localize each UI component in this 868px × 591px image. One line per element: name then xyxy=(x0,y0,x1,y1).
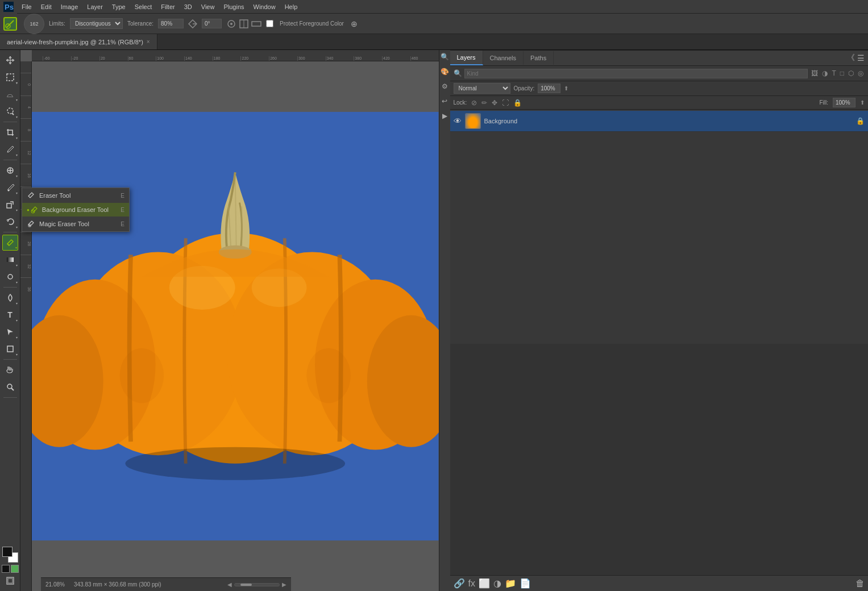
layer-thumbnail xyxy=(465,113,481,129)
filter-pixel-btn[interactable]: 🖼 xyxy=(810,68,819,78)
ruler-tick: 300 xyxy=(297,56,326,61)
swatch-pair[interactable] xyxy=(2,547,18,563)
menu-select[interactable]: Select xyxy=(130,0,157,13)
layer-visibility-toggle[interactable]: 👁 xyxy=(454,116,462,126)
foreground-color-swatch[interactable] xyxy=(2,547,13,557)
standard-mode-btn[interactable] xyxy=(2,565,10,573)
tool-gradient[interactable]: ▾ xyxy=(2,252,18,268)
lock-artboard-btn[interactable]: ⛶ xyxy=(502,99,509,107)
tool-zoom[interactable] xyxy=(2,379,18,395)
layer-adjustment-btn[interactable]: ◑ xyxy=(493,578,501,589)
menu-plugins[interactable]: Plugins xyxy=(219,0,248,13)
quick-mask-btn[interactable] xyxy=(11,565,19,573)
tool-text[interactable]: T ▾ xyxy=(2,307,18,323)
tool-hand[interactable] xyxy=(2,362,18,378)
fill-stepper[interactable]: ⬆ xyxy=(860,99,865,106)
menu-filter[interactable]: Filter xyxy=(156,0,179,13)
menu-image[interactable]: Image xyxy=(56,0,83,13)
layer-fx-btn[interactable]: fx xyxy=(468,578,475,589)
tool-history[interactable]: ▾ xyxy=(2,214,18,230)
tool-separator-4 xyxy=(3,287,17,288)
brush-size-btn[interactable]: 162 xyxy=(24,14,44,34)
tool-brush[interactable]: ▾ xyxy=(2,180,18,195)
ruler-tick: 380 xyxy=(354,56,382,61)
tool-eraser[interactable]: ▾ xyxy=(2,235,18,251)
fill-input[interactable] xyxy=(833,98,855,107)
tab-paths[interactable]: Paths xyxy=(524,51,554,65)
menu-window[interactable]: Window xyxy=(249,0,280,13)
sampling-background-icon[interactable] xyxy=(251,19,261,29)
protect-fg-checkbox[interactable] xyxy=(266,20,273,27)
tool-clone[interactable]: ▾ xyxy=(2,197,18,213)
angle-input[interactable] xyxy=(202,19,222,28)
pumpkin-image xyxy=(32,105,439,548)
rail-history-icon[interactable]: ↩ xyxy=(440,97,449,106)
menu-help[interactable]: Help xyxy=(280,0,302,13)
layer-new-btn[interactable]: 📄 xyxy=(520,578,531,589)
ruler-tick: 460 xyxy=(410,56,439,61)
tool-path-select[interactable]: ▾ xyxy=(2,324,18,340)
scroll-left-btn[interactable]: ◀ xyxy=(227,581,232,588)
ctx-eraser-tool[interactable]: Eraser Tool E xyxy=(22,188,129,203)
menu-layer[interactable]: Layer xyxy=(82,0,107,13)
tab-close-btn[interactable]: × xyxy=(147,39,150,45)
tool-marquee[interactable]: ▾ ▾ xyxy=(2,69,18,85)
layers-search-input[interactable] xyxy=(464,69,808,78)
menu-3d[interactable]: 3D xyxy=(180,0,197,13)
filter-smart-btn[interactable]: ⬡ xyxy=(847,68,855,78)
limits-select[interactable]: Discontiguous Contiguous Find Edges xyxy=(70,18,123,29)
tool-move[interactable] xyxy=(2,52,18,68)
rail-search-icon[interactable]: 🔍 xyxy=(440,52,449,61)
layer-item-background[interactable]: 👁 Background 🔒 xyxy=(450,111,869,132)
tool-eyedropper[interactable]: ▾ xyxy=(2,141,18,157)
bg-eraser-icon xyxy=(31,206,39,214)
layer-mask-btn[interactable]: ⬜ xyxy=(479,578,490,589)
opacity-input[interactable] xyxy=(538,84,560,93)
canvas-content[interactable] xyxy=(32,61,439,591)
lock-position-btn[interactable]: ✥ xyxy=(492,99,497,107)
layers-bottom-bar: 🔗 fx ⬜ ◑ 📁 📄 🗑 xyxy=(450,575,869,591)
tool-pen[interactable]: ▾ xyxy=(2,290,18,306)
ctx-bg-eraser-tool[interactable]: ● Background Eraser Tool E xyxy=(22,203,129,217)
menu-view[interactable]: View xyxy=(197,0,219,13)
filter-toggle-btn[interactable]: ◎ xyxy=(857,68,865,78)
tab-layers[interactable]: Layers xyxy=(450,51,483,65)
menu-file[interactable]: File xyxy=(17,0,36,13)
screen-mode-btn[interactable] xyxy=(6,576,15,586)
document-tab[interactable]: aerial-view-fresh-pumpkin.jpg @ 21,1% (R… xyxy=(0,34,157,49)
tool-lasso[interactable]: ⌓ ▾ xyxy=(2,86,18,102)
panel-collapse-btn[interactable]: 《 xyxy=(847,53,855,63)
menu-type[interactable]: Type xyxy=(107,0,130,13)
sampling-target-icon[interactable]: ⊕ xyxy=(351,19,358,28)
panel-menu-btn[interactable]: ☰ xyxy=(857,53,865,63)
lock-transparent-btn[interactable]: ⊘ xyxy=(471,99,477,107)
sampling-buttons xyxy=(226,19,261,29)
rail-adjust-icon[interactable]: ⚙ xyxy=(440,82,449,91)
tool-quick-select[interactable]: ▾ xyxy=(2,103,18,119)
filter-shape-btn[interactable]: □ xyxy=(839,68,845,78)
sampling-once-icon[interactable] xyxy=(239,19,249,29)
tool-crop[interactable]: ▾ xyxy=(2,124,18,140)
filter-type-btn[interactable]: T xyxy=(830,68,837,78)
layer-delete-btn[interactable]: 🗑 xyxy=(855,578,865,589)
tolerance-input[interactable] xyxy=(158,19,184,28)
scroll-right-btn[interactable]: ▶ xyxy=(282,581,286,588)
menu-edit[interactable]: Edit xyxy=(36,0,56,13)
tab-channels[interactable]: Channels xyxy=(483,51,524,65)
rail-color-icon[interactable]: 🎨 xyxy=(440,67,449,76)
layer-group-btn[interactable]: 📁 xyxy=(505,578,516,589)
blend-mode-select[interactable]: Normal Dissolve Multiply Screen Overlay xyxy=(454,83,510,94)
lock-pixels-btn[interactable]: ✏ xyxy=(481,99,487,107)
tool-shape[interactable]: ▾ xyxy=(2,341,18,357)
filter-adjust-btn[interactable]: ◑ xyxy=(821,68,829,78)
scroll-bar[interactable] xyxy=(234,583,280,586)
tool-heal[interactable]: ▾ xyxy=(2,163,18,178)
lock-all-btn[interactable]: 🔒 xyxy=(513,99,522,107)
layer-link-btn[interactable]: 🔗 xyxy=(454,578,465,589)
tool-dodge[interactable]: ▾ xyxy=(2,269,18,285)
sampling-continuous-icon[interactable] xyxy=(226,19,236,29)
rail-action-icon[interactable]: ▶ xyxy=(440,111,449,120)
opacity-stepper[interactable]: ⬆ xyxy=(564,85,568,91)
ruler-tick: 420 xyxy=(382,56,410,61)
ctx-magic-eraser-tool[interactable]: Magic Eraser Tool E xyxy=(22,217,129,231)
